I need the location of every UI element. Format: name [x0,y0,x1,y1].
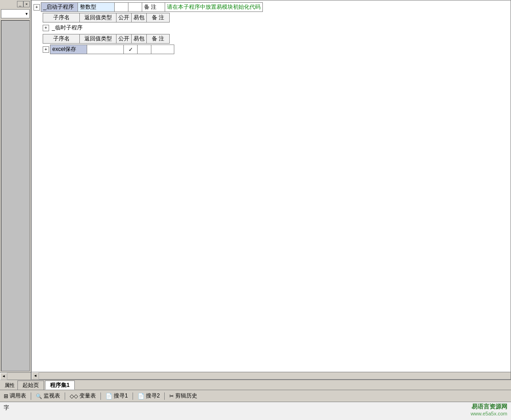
sidebar-tree [1,20,30,371]
watermark-url: www.e5a5x.com [471,411,507,416]
watermark: 易语言资源网 www.e5a5x.com [471,403,507,416]
col-header-note-1: 备 注 [147,13,170,22]
status-text: 字 [4,404,9,412]
toolbar-search2[interactable]: 📄 搜寻2 [136,392,162,400]
data-public-cell[interactable]: ✓ [124,45,138,54]
main-program-row: + _启动子程序 整数型 备 注 请在本子程序中放置易模块初始化代码 [33,2,509,12]
col-header-note-2: 备 注 [147,34,170,44]
scissors-icon: ✂ [169,393,174,399]
tabs-row: 属性 起始页 程序集1 [0,380,511,390]
toolbar-call-table[interactable]: ⊞ 调用表 [2,392,28,400]
diamond-icon: ◇◇ [70,393,78,399]
toolbar-monitor-table[interactable]: 监视表 [34,392,62,400]
top-area: _ × ▼ ◄ + [0,0,511,380]
easypack-cell [128,3,142,12]
search-icon-1 [36,393,42,399]
tab-program-set-1[interactable]: 程序集1 [45,381,75,390]
status-bar: 字 [0,402,511,420]
data-note-cell[interactable] [151,45,174,54]
page-icon-1: 📄 [106,393,112,399]
data-easypack-cell[interactable] [138,45,151,54]
separator-3 [100,392,101,400]
separator-1 [31,392,31,400]
sidebar-dropdown[interactable]: ▼ [1,9,30,18]
col-header-name-2: 子序名 [43,34,80,44]
main-container: _ × ▼ ◄ + [0,0,511,420]
content-area: + _启动子程序 整数型 备 注 请在本子程序中放置易模块初始化代码 [31,0,511,380]
sub-headers-table-1: 子序名 返回值类型 公开 易包 备 注 [43,13,170,22]
sub-data-table-2: excel保存 ✓ [50,45,174,54]
sub-section-1-label[interactable]: _临时子程序 [50,23,84,32]
expand-label-row-2: + excel保存 ✓ [43,45,509,54]
sidebar-min-button[interactable]: _ [17,1,23,7]
toolbar-variable-label: 变量表 [79,392,96,400]
sub-section-1: 子序名 返回值类型 公开 易包 备 注 + _临时子程序 [43,13,509,32]
sub-headers-table-2: 子序名 返回值类型 公开 易包 备 注 [43,34,170,44]
sidebar: _ × ▼ ◄ [0,0,31,380]
toolbar-search2-label: 搜寻2 [146,392,160,400]
content-empty-area [32,58,511,372]
comment-cell[interactable]: 请在本子程序中放置易模块初始化代码 [165,3,263,12]
sub-section-1-header: 子序名 返回值类型 公开 易包 备 注 [43,13,509,22]
table-row[interactable]: excel保存 ✓ [50,45,174,54]
scroll-track[interactable] [7,375,31,378]
col-header-return-1: 返回值类型 [80,13,117,22]
tab-homepage[interactable]: 起始页 [17,381,44,390]
sidebar-scrollbar: ◄ [0,372,31,380]
bottom-toolbar: ⊞ 调用表 监视表 ◇◇ 变量表 📄 搜寻1 📄 搜寻2 ✂ 剪辑历史 [0,390,511,402]
table-icon: ⊞ [4,393,8,399]
toolbar-monitor-label: 监视表 [44,392,60,400]
expand-button-main[interactable]: + [33,4,40,11]
content-scroll-track[interactable] [39,372,511,379]
sub-section-2: 子序名 返回值类型 公开 易包 备 注 + [43,34,509,54]
tab-label-properties: 属性 [2,381,17,390]
separator-4 [133,392,133,400]
separator-2 [65,392,65,400]
table-row: 子序名 返回值类型 公开 易包 备 注 [43,13,170,22]
expand-btn-1[interactable]: + [43,25,49,31]
col-header-easypack-1: 易包 [132,13,147,22]
col-header-return-2: 返回值类型 [80,34,117,44]
data-return-cell[interactable] [87,45,124,54]
page-icon-2: 📄 [138,393,144,399]
scroll-left-btn[interactable]: ◄ [0,373,7,380]
toolbar-search1-label: 搜寻1 [114,392,128,400]
content-scrollbar: ◄ [32,372,511,379]
public-cell [115,3,128,12]
dropdown-arrow: ▼ [25,12,28,16]
separator-5 [164,392,165,400]
watermark-title: 易语言资源网 [471,403,507,411]
scroll-left-content[interactable]: ◄ [32,372,39,380]
program-name-cell[interactable]: _启动子程序 [41,3,78,12]
note-cell: 备 注 [142,3,165,12]
table-row: _启动子程序 整数型 备 注 请在本子程序中放置易模块初始化代码 [41,3,263,12]
col-header-name-1: 子序名 [43,13,80,22]
col-header-public-1: 公开 [117,13,132,22]
data-name-cell[interactable]: excel保存 [50,45,87,54]
main-program-table: _启动子程序 整数型 备 注 请在本子程序中放置易模块初始化代码 [41,2,263,12]
expand-label-row-1: + _临时子程序 [43,23,509,32]
return-type-cell[interactable]: 整数型 [78,3,115,12]
col-header-easypack-2: 易包 [132,34,147,44]
sidebar-header: _ × [0,0,31,8]
toolbar-call-table-label: 调用表 [10,392,26,400]
table-row: 子序名 返回值类型 公开 易包 备 注 [43,34,170,44]
col-header-public-2: 公开 [117,34,132,44]
toolbar-search1[interactable]: 📄 搜寻1 [104,392,130,400]
table-area: + _启动子程序 整数型 备 注 请在本子程序中放置易模块初始化代码 [32,0,511,58]
toolbar-clip-label: 剪辑历史 [175,392,197,400]
expand-btn-2[interactable]: + [43,46,49,53]
sub-section-2-header: 子序名 返回值类型 公开 易包 备 注 [43,34,509,44]
sidebar-close-button[interactable]: × [23,1,30,7]
toolbar-variable-table[interactable]: ◇◇ 变量表 [68,392,98,400]
toolbar-clip-history[interactable]: ✂ 剪辑历史 [167,392,199,400]
